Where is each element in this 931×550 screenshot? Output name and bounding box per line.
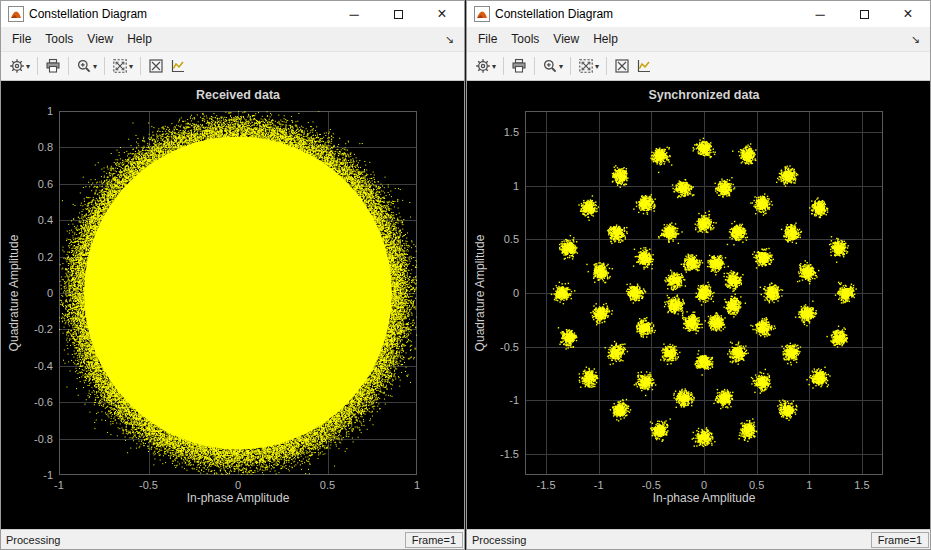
statusbar: Processing Frame=1 [467, 529, 930, 549]
scope-window-synchronized: Constellation Diagram ─ × File Tools Vie… [466, 0, 931, 550]
constellation-scaling-button[interactable] [145, 54, 167, 78]
plot-area: Synchronized data In-phase Amplitude Qua… [467, 81, 930, 529]
menu-view[interactable]: View [80, 29, 120, 49]
statusbar: Processing Frame=1 [1, 529, 464, 549]
y-tick-label: 0.4 [13, 214, 53, 226]
frame-counter: Frame=1 [405, 532, 463, 548]
desktop: Constellation Diagram ─ × File Tools Vie… [0, 0, 931, 550]
dropdown-arrow-icon: ▾ [559, 62, 563, 71]
toolbar-separator [68, 57, 69, 75]
y-tick-label: 0.6 [13, 178, 53, 190]
zoom-button[interactable]: ▾ [539, 54, 566, 78]
dock-arrow-icon[interactable]: ↘ [911, 33, 926, 46]
print-button[interactable] [42, 54, 64, 78]
y-tick-label: 0.5 [479, 233, 519, 245]
menu-help[interactable]: Help [586, 29, 625, 49]
constellation-plot-canvas[interactable] [59, 111, 417, 475]
window-controls: ─ × [332, 1, 464, 27]
close-button[interactable]: × [420, 1, 464, 27]
zoom-button[interactable]: ▾ [73, 54, 100, 78]
menu-tools[interactable]: Tools [504, 29, 546, 49]
x-tick-label: -0.5 [139, 479, 158, 491]
plot-title: Received data [59, 88, 417, 102]
maximize-button[interactable] [376, 1, 420, 27]
toolbar-separator [606, 57, 607, 75]
dock-arrow-icon[interactable]: ↘ [445, 33, 460, 46]
toolbar-separator [104, 57, 105, 75]
y-tick-label: -0.5 [479, 341, 519, 353]
settings-button[interactable]: ▾ [472, 54, 499, 78]
y-tick-label: 0 [479, 287, 519, 299]
matlab-scope-icon [474, 6, 490, 22]
dropdown-arrow-icon: ▾ [93, 62, 97, 71]
x-tick-label: 1 [806, 479, 812, 491]
maximize-button[interactable] [842, 1, 886, 27]
titlebar: Constellation Diagram ─ × [1, 1, 464, 27]
toolbar-separator [37, 57, 38, 75]
menu-view[interactable]: View [546, 29, 586, 49]
measurements-button[interactable] [633, 54, 655, 78]
menu-help[interactable]: Help [120, 29, 159, 49]
y-tick-label: -0.8 [13, 433, 53, 445]
status-text: Processing [1, 534, 60, 546]
x-tick-label: 1 [414, 479, 420, 491]
scope-window-received: Constellation Diagram ─ × File Tools Vie… [0, 0, 465, 550]
constellation-plot-canvas[interactable] [525, 111, 883, 475]
printer-icon [45, 58, 61, 74]
settings-button[interactable]: ▾ [6, 54, 33, 78]
y-tick-label: -1 [479, 394, 519, 406]
titlebar: Constellation Diagram ─ × [467, 1, 930, 27]
measurements-button[interactable] [167, 54, 189, 78]
y-tick-label: 0.8 [13, 141, 53, 153]
y-tick-label: 1.5 [479, 126, 519, 138]
app-icon[interactable] [8, 6, 24, 22]
print-button[interactable] [508, 54, 530, 78]
x-tick-label: -1 [54, 479, 64, 491]
x-tick-label: -1.5 [537, 479, 556, 491]
toolbar-separator [570, 57, 571, 75]
gear-icon [9, 58, 25, 74]
y-tick-label: 1 [13, 105, 53, 117]
minimize-button[interactable]: ─ [798, 1, 842, 27]
fit-to-view-button[interactable]: ▾ [109, 54, 136, 78]
y-tick-label: -1.5 [479, 448, 519, 460]
y-tick-label: -0.2 [13, 323, 53, 335]
constellation-scaling-button[interactable] [611, 54, 633, 78]
menubar: File Tools View Help ↘ [467, 27, 930, 51]
dropdown-arrow-icon: ▾ [595, 62, 599, 71]
fit-to-view-button[interactable]: ▾ [575, 54, 602, 78]
dropdown-arrow-icon: ▾ [492, 62, 496, 71]
toolbar-separator [534, 57, 535, 75]
magnifier-zoom-icon [542, 58, 558, 74]
x-tick-label: 0 [235, 479, 241, 491]
y-tick-label: -0.4 [13, 360, 53, 372]
maximize-icon [394, 10, 403, 19]
menu-file[interactable]: File [471, 29, 504, 49]
menu-file[interactable]: File [5, 29, 38, 49]
window-controls: ─ × [798, 1, 930, 27]
fit-to-view-icon [578, 58, 594, 74]
window-title: Constellation Diagram [495, 7, 613, 21]
x-tick-label: 0.5 [320, 479, 335, 491]
dropdown-arrow-icon: ▾ [129, 62, 133, 71]
x-tick-label: 0 [701, 479, 707, 491]
y-tick-label: 0 [13, 287, 53, 299]
plot-title: Synchronized data [525, 88, 883, 102]
menubar: File Tools View Help ↘ [1, 27, 464, 51]
printer-icon [511, 58, 527, 74]
app-icon[interactable] [474, 6, 490, 22]
x-axis-label: In-phase Amplitude [187, 491, 290, 505]
menu-tools[interactable]: Tools [38, 29, 80, 49]
y-tick-label: -1 [13, 469, 53, 481]
x-tick-label: -0.5 [642, 479, 661, 491]
window-title: Constellation Diagram [29, 7, 147, 21]
frame-counter: Frame=1 [871, 532, 929, 548]
x-axis-label: In-phase Amplitude [653, 491, 756, 505]
constellation-scaling-icon [148, 58, 164, 74]
minimize-button[interactable]: ─ [332, 1, 376, 27]
maximize-icon [860, 10, 869, 19]
toolbar-separator [140, 57, 141, 75]
magnifier-zoom-icon [76, 58, 92, 74]
status-text: Processing [467, 534, 526, 546]
close-button[interactable]: × [886, 1, 930, 27]
